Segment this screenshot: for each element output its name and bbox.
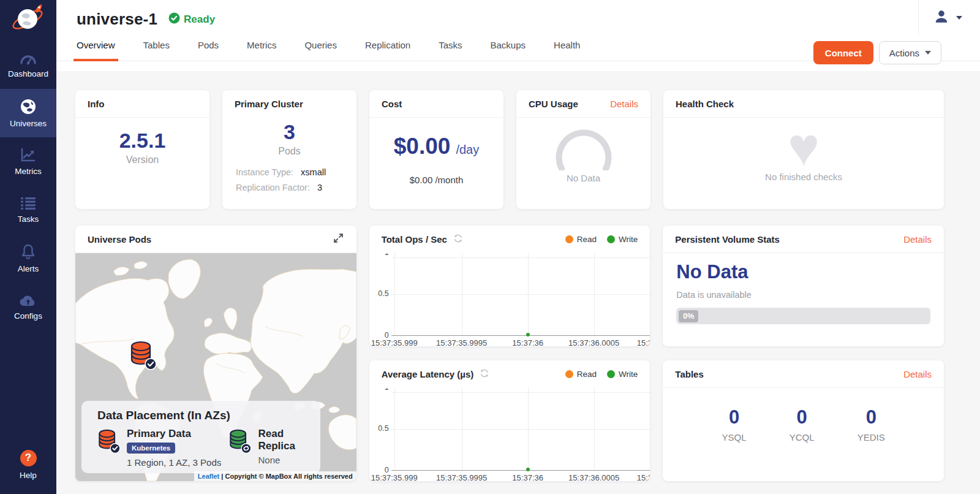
app-logo[interactable] bbox=[0, 0, 56, 40]
actions-button[interactable]: Actions bbox=[879, 41, 941, 64]
x-tick: 15:37:36 bbox=[512, 338, 543, 346]
list-icon bbox=[20, 197, 36, 210]
sidebar-item-help[interactable]: ? Help bbox=[0, 445, 56, 484]
sidebar-item-metrics[interactable]: Metrics bbox=[0, 137, 56, 186]
yedis-stat: 0 YEDIS bbox=[858, 406, 885, 443]
yedis-count: 0 bbox=[858, 406, 885, 428]
pvs-subtext: Data is unavailable bbox=[676, 290, 930, 300]
status-badge: Ready bbox=[168, 12, 215, 27]
bell-icon bbox=[21, 244, 36, 260]
sidebar-item-configs[interactable]: Configs bbox=[0, 283, 56, 331]
ycql-label: YCQL bbox=[790, 432, 815, 443]
heart-icon: ♥ bbox=[663, 119, 944, 175]
data-placement-title: Data Placement (In AZs) bbox=[97, 409, 320, 422]
connect-button[interactable]: Connect bbox=[813, 41, 873, 64]
sidebar-item-label: Configs bbox=[14, 311, 42, 321]
legend-write: Write bbox=[607, 370, 638, 379]
refresh-icon[interactable] bbox=[480, 368, 489, 380]
refresh-icon[interactable] bbox=[453, 234, 463, 245]
legend-write: Write bbox=[607, 235, 638, 244]
universe-pods-card: Universe Pods bbox=[75, 226, 356, 481]
write-data-point bbox=[526, 468, 530, 471]
health-check-card: Health Check ♥ No finished checks bbox=[663, 90, 944, 209]
read-dot-icon bbox=[565, 370, 573, 378]
cpu-gauge bbox=[516, 129, 650, 170]
x-tick: 15:37:35.9995 bbox=[436, 473, 487, 481]
persistent-volume-stats-card: Persistent Volume Stats Details No Data … bbox=[663, 226, 944, 346]
tab-replication[interactable]: Replication bbox=[365, 40, 410, 61]
cost-per-month: $0.00 /month bbox=[369, 175, 503, 185]
chart-title: Average Latency (µs) bbox=[382, 369, 474, 379]
user-menu[interactable] bbox=[918, 0, 980, 35]
replication-factor-row: Replication Factor: 3 bbox=[236, 180, 343, 196]
read-replica-label: Read Replica bbox=[258, 428, 320, 452]
total-ops-plot: 1 0.5 0 15:37:35.999 15:37:35.9995 15:37… bbox=[369, 253, 650, 346]
y-tick: 1 bbox=[373, 253, 389, 257]
tab-tasks[interactable]: Tasks bbox=[439, 40, 462, 61]
primary-data-map-marker[interactable] bbox=[129, 340, 157, 373]
speedometer-icon bbox=[20, 51, 37, 65]
cpu-details-link[interactable]: Details bbox=[610, 99, 638, 109]
pvs-details-link[interactable]: Details bbox=[903, 234, 932, 245]
card-title: Persistent Volume Stats bbox=[675, 234, 780, 245]
instance-type-value: xsmall bbox=[301, 165, 326, 180]
status-text: Ready bbox=[184, 13, 215, 26]
actions-button-label: Actions bbox=[889, 48, 919, 58]
cpu-empty-text: No Data bbox=[516, 173, 650, 183]
chart-legend: Read Write bbox=[565, 235, 638, 244]
pods-count: 3 bbox=[222, 120, 356, 144]
replication-factor-value: 3 bbox=[317, 180, 322, 196]
card-title: Cost bbox=[382, 99, 402, 109]
tab-health[interactable]: Health bbox=[554, 40, 580, 61]
y-tick: 0.5 bbox=[373, 289, 389, 298]
sidebar-item-dashboard[interactable]: Dashboard bbox=[0, 40, 56, 89]
yedis-label: YEDIS bbox=[858, 432, 885, 443]
chart-legend: Read Write bbox=[565, 370, 638, 379]
page-title: universe-1 bbox=[77, 10, 157, 29]
health-empty-text: No finished checks bbox=[663, 172, 944, 182]
write-dot-icon bbox=[607, 370, 615, 378]
pvs-no-data: No Data bbox=[676, 261, 930, 283]
replication-factor-label: Replication Factor: bbox=[236, 180, 310, 196]
tab-tables[interactable]: Tables bbox=[143, 40, 170, 61]
info-card: Info 2.5.1 Version bbox=[75, 90, 209, 209]
y-tick: 0.5 bbox=[373, 424, 389, 433]
tables-card: Tables Details 0 YSQL 0 YCQL 0 bbox=[663, 360, 944, 481]
world-map[interactable]: Data Placement (In AZs) bbox=[75, 253, 356, 481]
kubernetes-badge: Kubernetes bbox=[127, 443, 175, 454]
x-tick: 15:37:35.9995 bbox=[436, 338, 487, 346]
instance-type-row: Instance Type: xsmall bbox=[236, 165, 343, 180]
x-tick: 15:37:36.001 bbox=[637, 473, 650, 481]
cost-per-day-unit: /day bbox=[456, 143, 479, 157]
leaflet-link[interactable]: Leaflet bbox=[198, 473, 219, 480]
cpu-usage-card: CPU Usage Details No Data bbox=[516, 90, 650, 209]
write-data-point bbox=[526, 333, 530, 336]
avg-latency-plot: 1 0.5 0 15:37:35.999 15:37:35.9995 15:37… bbox=[369, 388, 650, 481]
instance-type-label: Instance Type: bbox=[236, 165, 293, 180]
x-tick: 15:37:36.0005 bbox=[568, 338, 619, 346]
pods-label: Pods bbox=[222, 146, 356, 157]
read-replica-block: Read Replica None bbox=[228, 428, 320, 468]
tab-pods[interactable]: Pods bbox=[198, 40, 219, 61]
tab-backups[interactable]: Backups bbox=[491, 40, 526, 61]
tab-overview[interactable]: Overview bbox=[77, 40, 115, 61]
sidebar-item-label: Universes bbox=[10, 119, 47, 128]
tables-details-link[interactable]: Details bbox=[903, 369, 932, 379]
sidebar: Dashboard Universes Metrics bbox=[0, 0, 56, 494]
globe-icon bbox=[20, 99, 36, 115]
tab-metrics[interactable]: Metrics bbox=[247, 40, 276, 61]
card-title: Health Check bbox=[676, 99, 734, 109]
sidebar-item-alerts[interactable]: Alerts bbox=[0, 234, 56, 283]
sidebar-item-tasks[interactable]: Tasks bbox=[0, 186, 56, 234]
sidebar-item-label: Metrics bbox=[15, 167, 42, 176]
avg-latency-chart-card: Average Latency (µs) bbox=[369, 360, 650, 481]
yugabyte-logo-icon bbox=[11, 2, 45, 38]
x-tick: 15:37:36.001 bbox=[637, 338, 650, 346]
ysql-label: YSQL bbox=[722, 432, 747, 443]
sidebar-item-universes[interactable]: Universes bbox=[0, 89, 56, 137]
chevron-down-icon bbox=[956, 16, 962, 20]
x-tick: 15:37:36.0005 bbox=[568, 473, 619, 481]
sidebar-item-label: Dashboard bbox=[8, 69, 48, 78]
expand-icon[interactable] bbox=[333, 232, 344, 246]
tab-queries[interactable]: Queries bbox=[304, 40, 337, 61]
